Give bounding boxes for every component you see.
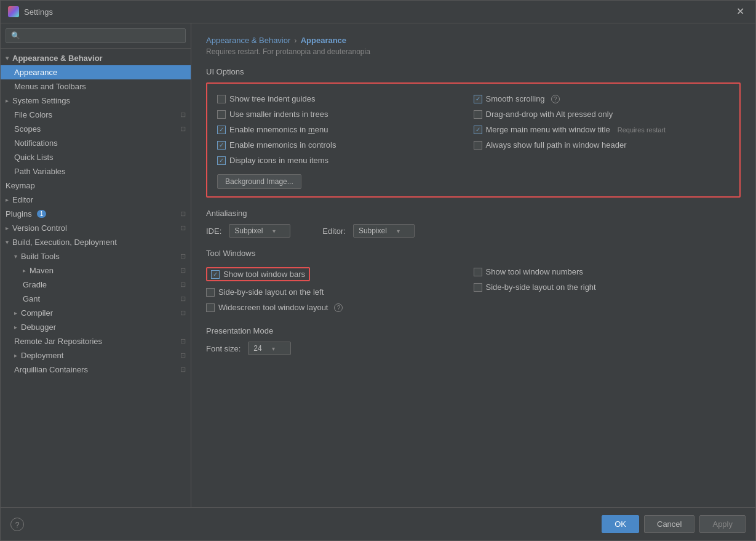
sidebar-item-quick-lists[interactable]: Quick Lists bbox=[1, 150, 191, 164]
smaller-indents-checkbox[interactable] bbox=[217, 110, 226, 119]
requires-restart-label: Requires restart bbox=[618, 126, 666, 134]
merge-menu-checkbox[interactable] bbox=[474, 126, 482, 134]
sidebar-item-arquillian[interactable]: Arquillian Containers ⊡ bbox=[1, 363, 191, 377]
ui-options-title: UI Options bbox=[206, 67, 741, 76]
sidebar-item-debugger[interactable]: ▸ Debugger bbox=[1, 320, 191, 334]
title-bar-left: Settings bbox=[8, 6, 53, 17]
show-tool-bars-highlight-box: Show tool window bars bbox=[206, 267, 310, 281]
tool-windows-left: Show tool window bars Side-by-side layou… bbox=[206, 264, 474, 315]
sidebar-item-scopes[interactable]: Scopes ⊡ bbox=[1, 122, 191, 136]
checkbox-row: Always show full path in window header bbox=[474, 137, 730, 153]
dialog-buttons: OK Cancel Apply bbox=[602, 515, 746, 533]
merge-menu-label: Merge main menu with window title bbox=[486, 125, 610, 134]
display-icons-label: Display icons in menu items bbox=[229, 156, 328, 165]
expand-icon: ▸ bbox=[6, 225, 9, 231]
show-tool-numbers-checkbox[interactable] bbox=[474, 268, 482, 276]
show-tree-indent-label: Show tree indent guides bbox=[229, 94, 315, 103]
plugins-badge: 1 bbox=[37, 210, 47, 218]
help-button[interactable]: ? bbox=[10, 518, 24, 531]
sidebar-item-plugins[interactable]: Plugins 1 ⊡ bbox=[1, 207, 191, 221]
checkbox-row: Drag-and-drop with Alt pressed only bbox=[474, 106, 730, 122]
sidebar-item-deployment[interactable]: ▸ Deployment ⊡ bbox=[1, 348, 191, 363]
sidebar-item-editor[interactable]: ▸ Editor bbox=[1, 193, 191, 207]
side-by-side-left-label: Side-by-side layout on the left bbox=[218, 287, 324, 297]
checkbox-row: Use smaller indents in trees bbox=[217, 106, 474, 122]
expand-icon: ▾ bbox=[6, 239, 9, 246]
smooth-scrolling-checkbox[interactable] bbox=[474, 95, 482, 103]
sidebar-item-gradle[interactable]: Gradle ⊡ bbox=[1, 278, 191, 292]
antialiasing-section: Antialiasing IDE: Subpixel ▾ Editor: Sub… bbox=[206, 209, 741, 238]
expand-icon: ▸ bbox=[6, 196, 9, 203]
chevron-down-icon: ▾ bbox=[397, 228, 400, 234]
checkbox-row: Show tree indent guides bbox=[217, 91, 474, 106]
apply-button[interactable]: Apply bbox=[699, 515, 746, 533]
settings-icon: ⊡ bbox=[180, 252, 186, 260]
expand-icon: ▸ bbox=[23, 267, 26, 274]
mnemonics-controls-checkbox[interactable] bbox=[217, 141, 226, 150]
full-path-label: Always show full path in window header bbox=[486, 140, 627, 150]
side-by-side-right-label: Side-by-side layout on the right bbox=[486, 283, 596, 292]
sidebar-item-file-colors[interactable]: File Colors ⊡ bbox=[1, 108, 191, 122]
tool-windows-section: Tool Windows Show tool window bars Sid bbox=[206, 249, 741, 315]
sidebar-item-path-variables[interactable]: Path Variables bbox=[1, 164, 191, 178]
smooth-scrolling-help[interactable]: ? bbox=[551, 95, 560, 103]
ide-antialiasing-dropdown[interactable]: Subpixel ▾ bbox=[229, 224, 290, 238]
page-subtitle: Requires restart. For protanopia and deu… bbox=[206, 47, 741, 56]
sidebar-item-system-settings[interactable]: ▸ System Settings bbox=[1, 94, 191, 108]
sidebar-item-version-control[interactable]: ▸ Version Control ⊡ bbox=[1, 221, 191, 235]
dialog-title: Settings bbox=[24, 7, 53, 17]
settings-icon: ⊡ bbox=[180, 351, 186, 359]
cancel-button[interactable]: Cancel bbox=[644, 515, 694, 533]
sidebar-item-compiler[interactable]: ▸ Compiler ⊡ bbox=[1, 306, 191, 320]
checkbox-row: Enable mnemonics in menu bbox=[217, 122, 474, 137]
checkbox-row: Show tool window bars bbox=[206, 264, 474, 284]
presentation-section: Presentation Mode Font size: 24 ▾ bbox=[206, 326, 741, 355]
drag-drop-alt-checkbox[interactable] bbox=[474, 110, 482, 119]
expand-icon: ▸ bbox=[14, 310, 17, 316]
close-button[interactable]: ✕ bbox=[733, 6, 748, 18]
side-by-side-right-checkbox[interactable] bbox=[474, 283, 482, 292]
show-tool-bars-checkbox[interactable] bbox=[211, 270, 220, 279]
sidebar-item-menus-toolbars[interactable]: Menus and Toolbars bbox=[1, 79, 191, 94]
ui-options-right: Smooth scrolling ? Drag-and-drop with Al… bbox=[474, 91, 730, 168]
widescreen-help-icon[interactable]: ? bbox=[334, 303, 343, 312]
checkbox-row: Widescreen tool window layout ? bbox=[206, 300, 474, 315]
ok-button[interactable]: OK bbox=[602, 515, 639, 533]
sidebar-item-appearance[interactable]: Appearance bbox=[1, 65, 191, 79]
settings-icon: ⊡ bbox=[180, 281, 186, 289]
settings-icon: ⊡ bbox=[180, 366, 186, 374]
search-input[interactable] bbox=[6, 28, 186, 43]
sidebar-item-build-execution-deployment[interactable]: ▾ Build, Execution, Deployment bbox=[1, 235, 191, 249]
editor-label: Editor: bbox=[322, 226, 346, 236]
sidebar-item-remote-jar[interactable]: Remote Jar Repositories ⊡ bbox=[1, 334, 191, 348]
antialiasing-row: IDE: Subpixel ▾ Editor: Subpixel ▾ bbox=[206, 224, 741, 238]
editor-antialiasing-dropdown[interactable]: Subpixel ▾ bbox=[353, 224, 415, 238]
ui-options-left: Show tree indent guides Use smaller inde… bbox=[217, 91, 474, 168]
tool-windows-grid: Show tool window bars Side-by-side layou… bbox=[206, 264, 741, 315]
sidebar-item-build-tools[interactable]: ▾ Build Tools ⊡ bbox=[1, 249, 191, 263]
sidebar-item-appearance-behavior[interactable]: ▾ Appearance & Behavior bbox=[1, 51, 191, 65]
side-by-side-left-checkbox[interactable] bbox=[206, 288, 215, 297]
settings-icon: ⊡ bbox=[180, 309, 186, 317]
sidebar-item-keymap[interactable]: Keymap bbox=[1, 178, 191, 193]
show-tree-indent-checkbox[interactable] bbox=[217, 95, 226, 103]
mnemonics-menu-checkbox[interactable] bbox=[217, 126, 226, 134]
display-icons-checkbox[interactable] bbox=[217, 156, 226, 165]
sidebar-item-notifications[interactable]: Notifications bbox=[1, 136, 191, 150]
full-path-checkbox[interactable] bbox=[474, 141, 482, 150]
settings-icon: ⊡ bbox=[180, 111, 186, 119]
expand-icon: ▸ bbox=[14, 324, 17, 331]
breadcrumb-parent[interactable]: Appearance & Behavior bbox=[206, 36, 290, 45]
expand-icon: ▾ bbox=[6, 55, 9, 62]
widescreen-layout-checkbox[interactable] bbox=[206, 303, 215, 312]
breadcrumb: Appearance & Behavior › Appearance bbox=[206, 36, 741, 45]
dialog-body: ▾ Appearance & Behavior Appearance Menus… bbox=[1, 23, 755, 507]
checkbox-row: Show tool window numbers bbox=[474, 264, 741, 279]
sidebar-item-gant[interactable]: Gant ⊡ bbox=[1, 292, 191, 306]
sidebar-item-maven[interactable]: ▸ Maven ⊡ bbox=[1, 263, 191, 278]
font-size-dropdown[interactable]: 24 ▾ bbox=[248, 342, 291, 355]
title-bar: Settings ✕ bbox=[1, 1, 755, 23]
checkbox-row: Enable mnemonics in controls bbox=[217, 137, 474, 153]
expand-icon: ▾ bbox=[14, 253, 17, 260]
background-image-button[interactable]: Background Image... bbox=[217, 174, 301, 189]
